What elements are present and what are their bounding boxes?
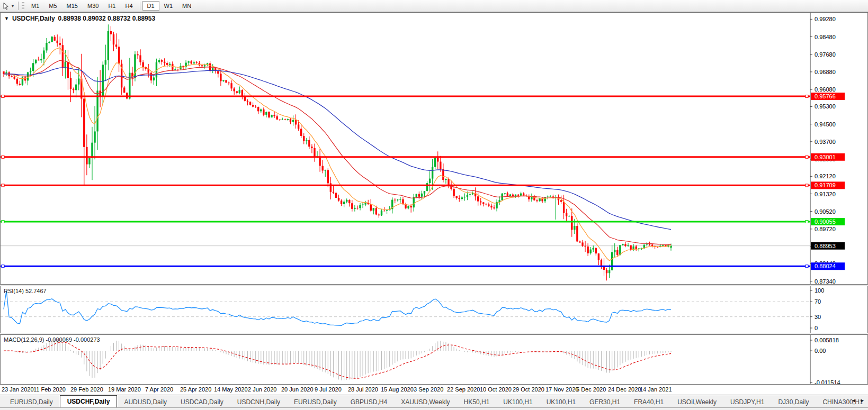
timeframe-button-h1[interactable]: H1: [103, 1, 120, 11]
date-label: 29 Feb 2020: [70, 386, 103, 393]
ma-fast-line: [4, 48, 671, 260]
level-price-badge-0.95766: 0.95766: [811, 93, 845, 100]
level-line-0.95766[interactable]: [1, 95, 810, 98]
date-label: 9 Jul 2020: [315, 386, 342, 393]
svg-text:0.96880: 0.96880: [815, 69, 836, 75]
tabs-scroll-left-icon[interactable]: ◄: [851, 398, 856, 403]
chart-tab-fra40-h1[interactable]: FRA40,H1: [627, 397, 670, 407]
rsi-svg: 10070300: [1, 286, 867, 333]
svg-text:0.87340: 0.87340: [815, 278, 836, 284]
svg-text:0.91709: 0.91709: [815, 182, 836, 188]
timeframe-button-mn[interactable]: MN: [177, 1, 196, 11]
chart-tab-usdcad-daily[interactable]: USDCAD,Daily: [174, 397, 230, 407]
level-price-badge-0.90055: 0.90055: [811, 218, 845, 225]
chart-ohlc-values: 0.88938 0.89032 0.88732 0.88953: [58, 15, 156, 22]
chart-tool-button[interactable]: ▾: [0, 0, 16, 12]
toolbar-separator: [140, 2, 140, 10]
svg-text:0.88024: 0.88024: [815, 263, 836, 269]
rsi-label: RSI(14) 52.7467: [4, 288, 47, 294]
timeframe-button-w1[interactable]: W1: [159, 1, 178, 11]
svg-text:0.95300: 0.95300: [815, 103, 836, 110]
tabbar-groove: [0, 407, 868, 410]
date-label: 14 May 2020: [214, 386, 248, 393]
timeframe-button-d1[interactable]: D1: [142, 1, 159, 11]
level-line-0.88024[interactable]: [1, 265, 810, 268]
chart-tab-eurusd-daily[interactable]: EURUSD,Daily: [287, 397, 344, 407]
date-label: 19 Mar 2020: [108, 386, 141, 393]
ma-medium-line: [4, 60, 671, 244]
macd-tick: 0.00: [815, 348, 826, 354]
timeframe-button-m30[interactable]: M30: [83, 1, 103, 11]
rsi-line: [4, 290, 671, 325]
date-label: 23 Jan 2020: [2, 386, 34, 393]
date-label: 25 Apr 2020: [180, 386, 211, 393]
chart-tab-ger30-h1[interactable]: GER30,H1: [583, 397, 627, 407]
tabs-scroll-right-icon[interactable]: ►: [860, 398, 865, 403]
chart-tab-usdcnh-daily[interactable]: USDCNH,Daily: [230, 397, 287, 407]
date-label: 5 Dec 2020: [576, 386, 606, 393]
toolbar-separator: [18, 2, 19, 10]
chart-tab-gbpusd-h4[interactable]: GBPUSD,H4: [344, 397, 394, 407]
rsi-panel: 10070300 RSI(14) 52.7467: [0, 286, 868, 333]
date-label: 17 Nov 2020: [545, 386, 578, 393]
rsi-tick-0: 0: [815, 325, 818, 331]
chevron-down-icon[interactable]: ▾: [12, 4, 14, 8]
date-label: 29 Oct 2020: [513, 386, 544, 393]
svg-text:0.98480: 0.98480: [815, 34, 836, 40]
date-label: 11 Feb 2020: [33, 386, 66, 393]
rsi-tick-30: 30: [815, 314, 821, 320]
level-line-0.93001[interactable]: [1, 156, 810, 158]
chart-tab-usdjpy-h1[interactable]: USDJPY,H1: [723, 397, 771, 407]
date-label: 10 Oct 2020: [480, 386, 512, 393]
chart-tab-usoil-weekly[interactable]: USOil,Weekly: [670, 397, 723, 407]
date-label: 3 Sep 2020: [414, 386, 443, 393]
svg-text:0.91320: 0.91320: [815, 191, 836, 197]
svg-text:0.92120: 0.92120: [815, 173, 836, 179]
timeframe-button-m15[interactable]: M15: [62, 1, 83, 11]
macd-panel: 0.0058180.00-0.011514 MACD(12,26,9) -0.0…: [0, 334, 868, 385]
chart-tab-dj30-daily[interactable]: DJ30,Daily: [771, 397, 816, 407]
chart-collapse-icon[interactable]: ▼: [4, 16, 9, 21]
chart-tab-hk50-h1[interactable]: HK50,H1: [457, 397, 497, 407]
toolbar-grip: [22, 2, 24, 10]
level-line-0.90055[interactable]: [1, 220, 810, 223]
svg-text:0.97680: 0.97680: [815, 51, 836, 58]
macd-tick: 0.005818: [815, 337, 839, 343]
date-label: 2 Jun 2020: [248, 386, 276, 393]
level-price-badge-0.93001: 0.93001: [811, 153, 845, 161]
timeframe-button-h4[interactable]: H4: [120, 1, 137, 11]
main-chart-svg[interactable]: 0.992800.984800.976800.968800.960800.953…: [1, 13, 867, 284]
svg-text:0.90055: 0.90055: [815, 218, 836, 225]
chart-tab-uk100-h1[interactable]: UK100,H1: [496, 397, 539, 407]
chart-tabbar: EURUSD,DailyUSDCHF,DailyAUDUSD,DailyUSDC…: [0, 395, 868, 410]
main-chart-panel[interactable]: 0.992800.984800.976800.968800.960800.953…: [0, 12, 868, 285]
timeframe-button-m1[interactable]: M1: [26, 1, 44, 11]
chart-cursor-icon: [2, 2, 10, 10]
svg-text:0.93700: 0.93700: [815, 139, 836, 145]
ma-slow-line: [4, 68, 671, 230]
rsi-tick-70: 70: [815, 298, 821, 305]
chart-tab-xauusd-weekly[interactable]: XAUUSD,Weekly: [394, 397, 457, 407]
chart-tab-eurusd-daily[interactable]: EURUSD,Daily: [3, 397, 60, 407]
chart-tab-uk100-h1[interactable]: UK100,H1: [540, 397, 583, 407]
macd-svg: 0.0058180.00-0.011514: [1, 335, 867, 384]
timeframe-buttons: M1M5M15M30H1H4D1W1MN: [26, 0, 196, 12]
mt4-window: ▾ M1M5M15M30H1H4D1W1MN 0.992800.984800.9…: [0, 0, 868, 410]
chart-symbol-label: USDCHF,Daily: [12, 15, 55, 22]
timeframe-button-m5[interactable]: M5: [44, 1, 61, 11]
svg-text:0.90520: 0.90520: [815, 208, 836, 215]
macd-signal-line: [4, 342, 671, 378]
svg-text:0.96080: 0.96080: [815, 86, 836, 93]
tabs-row: EURUSD,DailyUSDCHF,DailyAUDUSD,DailyUSDC…: [0, 395, 868, 407]
svg-text:0.94500: 0.94500: [815, 121, 836, 127]
date-label: 7 Apr 2020: [145, 386, 173, 393]
chart-title: ▼ USDCHF,Daily 0.88938 0.89032 0.88732 0…: [4, 15, 155, 22]
candles-layer: [3, 24, 672, 280]
chart-tab-audusd-daily[interactable]: AUDUSD,Daily: [117, 397, 174, 407]
svg-text:0.93001: 0.93001: [815, 154, 836, 160]
svg-text:0.89720: 0.89720: [815, 226, 836, 232]
macd-tick: -0.011514: [815, 379, 840, 384]
level-line-0.91709[interactable]: [1, 184, 810, 187]
chart-tab-usdchf-daily[interactable]: USDCHF,Daily: [60, 395, 118, 407]
svg-text:0.99280: 0.99280: [815, 16, 836, 22]
